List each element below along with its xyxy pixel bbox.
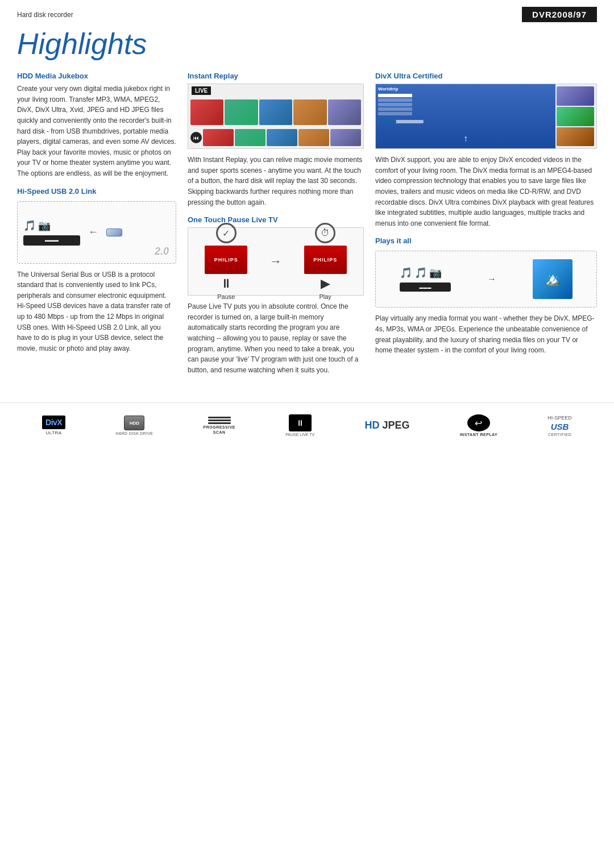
plays-note-icon: 🎵 [414,267,427,279]
plays-arrow-icon: → [487,274,496,284]
check-circle-icon: ✓ [216,223,237,243]
hdd-body-text: Create your very own digital media jukeb… [17,84,176,178]
model-badge: DVR2008/97 [522,7,597,22]
hd-jpeg-text: HD JPEG [364,420,409,431]
plays-all-section-title: Plays it all [375,236,597,245]
arrow-right-icon: ← [88,226,98,238]
pause-tv-icon-box: ⏸ [289,414,312,431]
replay-thumb-4 [293,99,326,125]
replay-sm-thumb-1 [203,129,234,146]
philips-screen-paused: PHILIPS [205,246,247,274]
hdd-logo: HDD HARD DISK DRIVE [115,416,153,435]
divx-illustration: Worldtrip ↑ [375,84,597,149]
pause-live-tv-label: PAUSE LIVE TV [285,433,314,437]
replay-sm-thumb-2 [235,129,265,146]
replay-thumb-1 [190,99,223,125]
plays-all-media-image: 🏔️ [533,259,572,299]
prog-line-2 [208,420,231,421]
play-icon: ▶ [321,276,330,291]
instant-replay-logo: ↩ INSTANT REPLAY [460,414,498,437]
instant-replay-label: INSTANT REPLAY [460,433,498,437]
usb-illustration: 🎵 📷 ▬▬▬ ← 2.0 [17,201,176,264]
mountain-landscape-icon: 🏔️ [545,272,561,286]
col-left: HDD Media Jukebox Create your very own d… [17,72,176,380]
replay-sm-thumb-3 [267,129,297,146]
divx-thumb-1 [557,86,594,106]
pause-icon: ⏸ [220,276,233,291]
plays-music-icon: 🎵 [400,267,412,279]
hi-speed-usb-logo: HI-SPEED USB CERTIFIED [547,415,572,437]
divx-worldtrip-label: Worldtrip [378,86,553,92]
replay-section-title: Instant Replay [188,72,364,80]
pause-live-icon: ⏸ [296,418,304,427]
bottom-logos-bar: DivX ULTRA HDD HARD DISK DRIVE PROGRESSI… [0,402,614,442]
philips-screen-playing: PHILIPS [304,246,347,274]
divx-progress-bar [378,120,424,123]
col-right: DivX Ultra Certified Worldtrip ↑ [375,72,597,380]
replay-thumb-3 [259,99,292,125]
pause-label: Pause [217,293,235,300]
divx-menu-item-2 [378,98,412,102]
play-label: Play [319,293,331,300]
replay-illustration: LIVE ⏮ [188,84,364,149]
main-content: HDD Media Jukebox Create your very own d… [0,72,614,380]
progressive-scan-lines [208,417,231,424]
pause-to-play-arrow: → [269,254,282,269]
philips-logo-text-1: PHILIPS [214,257,238,263]
recorder-bar-label: ▬▬▬ [45,238,59,243]
plays-camera-icon: 📷 [429,267,442,279]
usb-body-text: The Universal Serial Bus or USB is a pro… [17,269,176,354]
divx-body-text: With DivX support, you are able to enjoy… [375,155,597,229]
prog-line-1 [208,417,231,418]
music-icon: 🎵 [23,219,36,232]
hdd-section-title: HDD Media Jukebox [17,72,176,80]
scan-label: SCAN [213,430,226,434]
divx-menu-item-3 [378,103,412,106]
usb-icon-text: USB [551,422,569,431]
divx-up-arrow: ↑ [463,134,468,144]
replay-back-button[interactable]: ⏮ [190,132,202,143]
divx-thumb-3 [557,127,594,147]
pause-live-tv-logo: ⏸ PAUSE LIVE TV [285,414,314,437]
hdd-sublabel: HARD DISK DRIVE [115,431,153,435]
usb-logo-container: HI-SPEED [547,415,572,421]
prog-line-3 [208,422,231,424]
pause-tv-unit: ✓ PHILIPS ⏸ Pause [205,223,247,300]
jpeg-part: JPEG [382,420,409,431]
instant-replay-icon: ↩ [467,414,490,431]
replay-sm-thumb-4 [298,129,329,146]
category-label: Hard disk recorder [17,11,73,19]
divx-menu-item-5 [378,112,412,115]
replay-icon-symbol: ↩ [475,418,482,429]
replay-thumb-2 [225,99,258,125]
hd-jpeg-logo: HD JPEG [364,420,409,431]
divx-menu-item-4 [378,107,412,111]
col-mid: Instant Replay LIVE ⏮ With Inst [188,72,364,380]
divx-ultra-logo: DivX ULTRA [42,416,65,435]
replay-thumb-5 [328,99,361,125]
replay-sm-thumb-5 [330,129,361,146]
usb-stick [106,229,122,236]
replay-body-text: With Instant Replay, you can relive magi… [188,155,364,207]
plays-recorder-bar: ▬▬▬ [420,285,432,289]
usb-version-badge: 2.0 [155,246,169,258]
hdd-icon: HDD [124,416,144,430]
philips-logo-text-2: PHILIPS [313,257,337,263]
usb-certified-label: CERTIFIED [548,433,571,437]
divx-thumb-2 [557,107,594,126]
timer-circle-icon: ⏱ [315,223,335,243]
hdd-icon-label: HDD [130,421,139,426]
divx-logo-box: DivX [42,416,65,429]
divx-section-title: DivX Ultra Certified [375,72,597,80]
usb-section-title: Hi-Speed USB 2.0 Link [17,187,176,196]
progressive-label: PROGRESSIVE [204,425,235,429]
hd-part: HD [364,420,379,431]
camera-icon: 📷 [38,219,51,232]
live-badge: LIVE [192,86,211,95]
ultra-label: ULTRA [46,430,62,435]
pause-live-illustration: ✓ PHILIPS ⏸ Pause → ⏱ PHILIPS ▶ Play [188,227,364,296]
pause-body-text: Pause Live TV puts you in absolute contr… [188,301,364,375]
divx-menu-item-1 [378,94,412,97]
plays-all-body-text: Play virtually any media format you want… [375,313,597,355]
play-tv-unit: ⏱ PHILIPS ▶ Play [304,223,347,300]
